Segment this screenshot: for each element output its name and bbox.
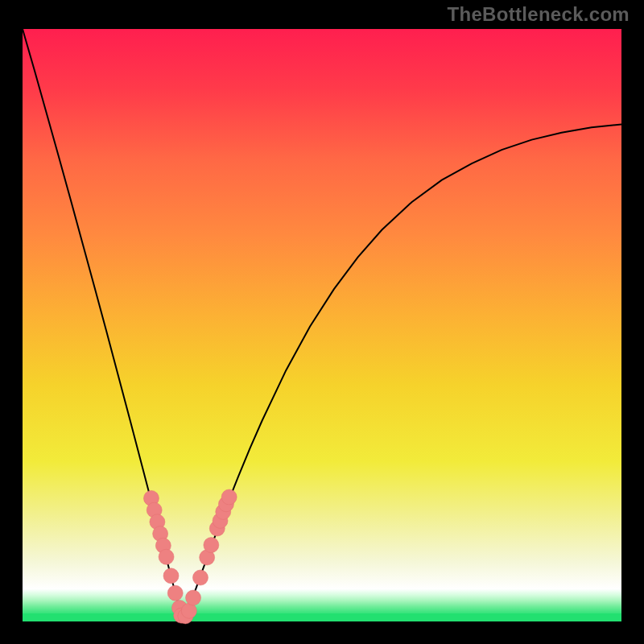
curve-marker (167, 585, 183, 601)
green-floor-strip (23, 613, 621, 621)
curve-marker (159, 549, 174, 564)
watermark-text: TheBottleneck.com (448, 3, 630, 26)
plot-background (23, 29, 621, 621)
figure-svg (0, 0, 644, 644)
curve-marker (163, 568, 179, 584)
curve-marker (192, 570, 208, 585)
curve-marker (221, 489, 237, 505)
figure-root: TheBottleneck.com (0, 0, 644, 644)
curve-marker (186, 590, 201, 605)
curve-marker (204, 538, 219, 553)
